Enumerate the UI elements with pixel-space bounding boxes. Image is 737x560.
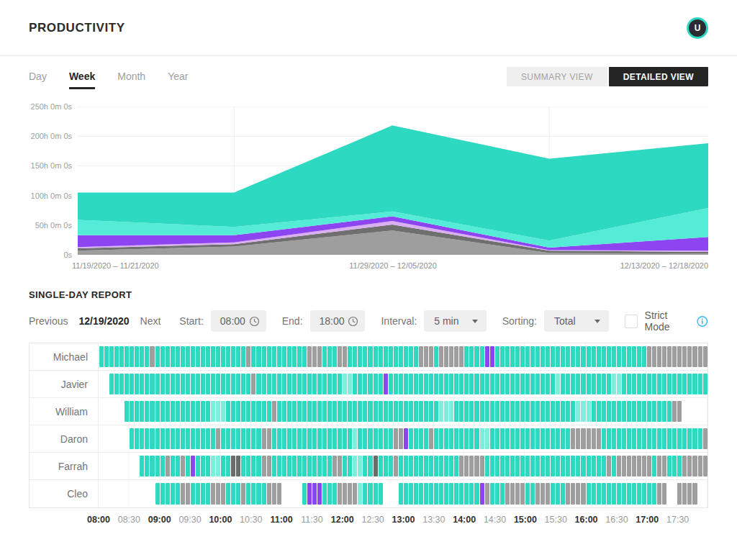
timeline-slot (226, 428, 230, 449)
timeline-slot (515, 346, 520, 367)
timeline-slot (379, 456, 383, 477)
timeline-slot (500, 374, 505, 394)
timeline-slot (348, 346, 352, 367)
x-label-week5: 12/13/2020 – 12/18/2020 (620, 261, 708, 270)
timeline-slot (703, 374, 707, 394)
timeline-slot (576, 401, 580, 422)
timeline-slot (343, 401, 347, 422)
timeline-slot (459, 483, 464, 505)
timeline-slot (150, 456, 154, 477)
timeline-slot (515, 374, 520, 394)
timeline-slot (404, 374, 408, 394)
next-button[interactable]: Next (140, 315, 161, 327)
timeline-slot (464, 428, 469, 449)
timeline-slot-empty (104, 428, 109, 449)
strict-mode-checkbox[interactable] (625, 315, 638, 328)
timeline-slot (287, 346, 291, 367)
timeline-slot (236, 483, 240, 505)
timeline-slot (307, 374, 312, 394)
detailed-view-button[interactable]: DETAILED VIEW (609, 67, 708, 86)
time-axis-label: 13:30 (422, 515, 445, 525)
timeline-slot (657, 456, 661, 477)
timeline-slot (379, 483, 383, 505)
interval-label: Interval: (381, 315, 417, 327)
timeline-slot (677, 483, 682, 505)
timeline-slot (379, 346, 383, 367)
previous-button[interactable]: Previous (29, 315, 68, 327)
timeline-slot (333, 428, 337, 449)
timeline-slot (302, 483, 307, 505)
timeline-slot-empty (119, 483, 124, 505)
start-time-input[interactable]: 08:00 (211, 310, 266, 332)
timeline-slot (662, 346, 666, 367)
tab-week[interactable]: Week (69, 71, 95, 89)
timeline-slot (353, 374, 357, 394)
timeline-slot-empty (125, 428, 129, 449)
timeline-slot (510, 456, 515, 477)
timeline-slot-empty (114, 401, 119, 422)
timeline-slot (404, 346, 408, 367)
timeline-slot (454, 483, 458, 505)
timeline-slot (632, 428, 636, 449)
timeline-slot (439, 483, 443, 505)
sorting-select[interactable]: Total (544, 310, 609, 332)
timeline-slot (490, 374, 494, 394)
tab-month[interactable]: Month (117, 71, 145, 89)
timeline-slot (424, 456, 428, 477)
tab-day[interactable]: Day (29, 71, 47, 89)
timeline-slot (469, 428, 474, 449)
end-time-input[interactable]: 18:00 (310, 310, 366, 332)
timeline-slot-empty (99, 401, 104, 422)
timeline-slot (343, 456, 347, 477)
timeline-slot (368, 374, 372, 394)
timeline-slot (394, 374, 398, 394)
timeline-slot-empty (292, 483, 297, 505)
timeline-slot (348, 401, 352, 422)
timeline-slot (444, 401, 448, 422)
timeline-slot (135, 428, 139, 449)
timeline-slot (226, 374, 230, 394)
timeline-slot (424, 374, 428, 394)
time-axis-label: 11:30 (301, 515, 322, 525)
timeline-slot (262, 456, 266, 477)
timeline-slot (104, 346, 109, 367)
timeline-slot (525, 374, 530, 394)
timeline-slot (647, 401, 651, 422)
timeline-slot (307, 483, 312, 505)
y-tick-label: 250h 0m 0s (31, 102, 72, 111)
timeline-slot (592, 346, 596, 367)
timeline-slot-empty (99, 483, 104, 505)
time-axis-label: 13:00 (392, 515, 415, 525)
timeline-slot (587, 346, 591, 367)
timeline-slot (327, 401, 332, 422)
timeline-slot (226, 401, 230, 422)
timeline-slot (520, 374, 525, 394)
timeline-slot (662, 456, 666, 477)
timeline-slot (160, 401, 165, 422)
timeline-slot (602, 401, 606, 422)
time-axis-label: 17:00 (636, 515, 659, 525)
timeline-slot (394, 401, 398, 422)
timeline-slot (692, 346, 697, 367)
timeline-slot (317, 374, 322, 394)
timeline-slot (256, 346, 261, 367)
avatar[interactable]: U (687, 17, 708, 39)
timeline-slot (581, 428, 585, 449)
timeline-slot (155, 456, 160, 477)
timeline-slot (449, 456, 453, 477)
timeline-slot (307, 456, 312, 477)
timeline-slot (617, 401, 621, 422)
timeline-slot (541, 374, 545, 394)
timeline-slot (587, 456, 591, 477)
timeline-slot (510, 483, 515, 505)
timeline-slot (150, 374, 154, 394)
info-icon[interactable] (697, 315, 708, 328)
timeline-slot (490, 401, 494, 422)
timeline-slot (485, 428, 489, 449)
summary-view-button[interactable]: SUMMARY VIEW (507, 67, 607, 86)
timeline-slot (211, 483, 215, 505)
interval-select[interactable]: 5 min (424, 310, 486, 332)
timeline-slot (612, 346, 616, 367)
timeline-slot (201, 401, 205, 422)
tab-year[interactable]: Year (168, 71, 188, 89)
